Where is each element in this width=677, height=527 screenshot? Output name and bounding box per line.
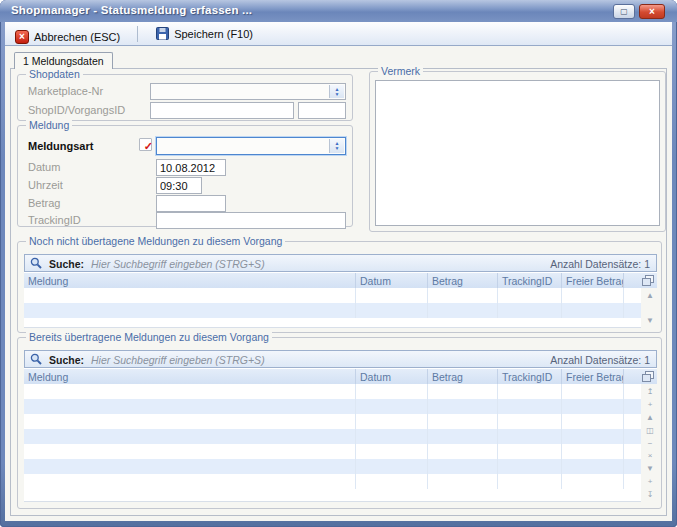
uhrzeit-label: Uhrzeit	[28, 179, 63, 191]
close-button[interactable]: ×	[639, 4, 665, 19]
column-header-freier-betrag[interactable]: Freier Betrag	[562, 369, 624, 384]
column-header-meldung[interactable]: Meldung	[24, 369, 356, 384]
table-row[interactable]	[24, 399, 641, 414]
prior-record-icon[interactable]: ▲	[646, 413, 654, 422]
pending-search-placeholder: Hier Suchbegriff eingeben (STRG+S)	[91, 258, 265, 270]
first-record-icon[interactable]: ↥	[647, 387, 654, 396]
table-cell	[356, 429, 428, 444]
table-cell	[24, 303, 356, 318]
transferred-search-bar[interactable]: Suche: Hier Suchbegriff eingeben (STRG+S…	[24, 350, 657, 368]
last-record-icon[interactable]: ↧	[647, 490, 654, 499]
pending-header: MeldungDatumBetragTrackingIDFreier Betra…	[24, 272, 657, 288]
pending-body	[24, 288, 641, 328]
column-chooser-icon[interactable]	[624, 369, 657, 384]
table-row[interactable]	[24, 459, 641, 474]
column-header-betrag[interactable]: Betrag	[428, 369, 498, 384]
table-cell-filler	[624, 414, 641, 429]
table-cell-filler	[624, 459, 641, 474]
table-cell	[24, 414, 356, 429]
column-header-trackingid[interactable]: TrackingID	[498, 273, 562, 288]
column-header-meldung[interactable]: Meldung	[24, 273, 356, 288]
tab-meldungsdaten[interactable]: 1 Meldungsdaten	[14, 52, 113, 69]
pending-search-bar[interactable]: Suche: Hier Suchbegriff eingeben (STRG+S…	[24, 254, 657, 272]
table-cell	[562, 399, 624, 414]
column-header-trackingid[interactable]: TrackingID	[498, 369, 562, 384]
table-row[interactable]	[24, 474, 641, 489]
group-meldung-title: Meldung	[26, 119, 72, 131]
table-cell	[562, 459, 624, 474]
group-meldung: Meldung Meldungsart ✓ ▲▼ Datum Uhrzeit B…	[17, 125, 353, 227]
edit-record-icon[interactable]: ◫	[646, 426, 654, 435]
table-cell	[498, 414, 562, 429]
required-field-check-icon: ✓	[139, 138, 152, 151]
table-cell	[562, 444, 624, 459]
scroll-down-icon[interactable]: ▼	[646, 316, 654, 325]
table-cell-filler	[624, 474, 641, 489]
marketplace-nr-label: Marketplace-Nr	[28, 85, 103, 97]
column-chooser-icon[interactable]	[624, 273, 657, 288]
table-cell	[562, 303, 624, 318]
transferred-body	[24, 384, 641, 502]
meldungsart-dropdown[interactable]: ▲▼	[156, 137, 346, 155]
maximize-button[interactable]: ▢	[613, 4, 635, 19]
toolbar-separator	[137, 26, 138, 42]
table-cell-filler	[624, 444, 641, 459]
uhrzeit-field[interactable]	[156, 177, 202, 194]
marketplace-nr-dropdown[interactable]: ▲▼	[150, 83, 346, 100]
betrag-field[interactable]	[156, 195, 226, 212]
table-row[interactable]	[24, 444, 641, 459]
scroll-up-icon[interactable]: ▲	[646, 291, 654, 300]
column-header-freier-betrag[interactable]: Freier Betrag	[562, 273, 624, 288]
toolbar: × Abbrechen (ESC) Speichern (F10)	[5, 22, 672, 46]
vermerk-textarea[interactable]	[375, 80, 660, 226]
table-row[interactable]	[24, 414, 641, 429]
table-cell	[428, 303, 498, 318]
marketplace-dropdown-arrows-icon[interactable]: ▲▼	[329, 85, 344, 98]
table-cell	[498, 399, 562, 414]
table-cell	[498, 288, 562, 303]
table-cell-filler	[624, 288, 641, 303]
table-cell	[428, 414, 498, 429]
table-cell	[356, 474, 428, 489]
insert-record-icon[interactable]: +	[648, 400, 653, 409]
table-cell	[356, 414, 428, 429]
group-transferred-messages: Bereits übertragene Meldungen zu diesem …	[17, 337, 662, 509]
table-cell	[428, 429, 498, 444]
meldungsart-label: Meldungsart	[28, 140, 93, 152]
table-cell	[428, 444, 498, 459]
cancel-button[interactable]: × Abbrechen (ESC)	[9, 27, 126, 47]
group-vermerk: Vermerk	[369, 71, 666, 232]
titlebar[interactable]: Shopmanager - Statusmeldung erfassen ...…	[0, 0, 677, 22]
table-cell	[428, 399, 498, 414]
window-title: Shopmanager - Statusmeldung erfassen ...	[11, 4, 252, 16]
column-header-betrag[interactable]: Betrag	[428, 273, 498, 288]
group-vermerk-title: Vermerk	[378, 65, 423, 77]
column-header-datum[interactable]: Datum	[356, 369, 428, 384]
table-cell	[498, 474, 562, 489]
pending-search-label: Suche:	[49, 258, 84, 270]
trackingid-field[interactable]	[156, 212, 346, 229]
betrag-label: Betrag	[28, 197, 60, 209]
table-cell	[24, 288, 356, 303]
group-transferred-title: Bereits übertragene Meldungen zu diesem …	[26, 331, 272, 343]
table-cell	[356, 459, 428, 474]
datum-field[interactable]	[156, 159, 226, 176]
post-edit-icon[interactable]: +	[648, 477, 653, 486]
table-row[interactable]	[24, 429, 641, 444]
table-row[interactable]	[24, 288, 641, 303]
cancel-edit-icon[interactable]: ×	[648, 451, 653, 460]
delete-record-icon[interactable]: −	[648, 439, 653, 448]
save-disk-icon	[156, 27, 169, 42]
shopid-field[interactable]	[150, 102, 294, 119]
save-button[interactable]: Speichern (F10)	[150, 24, 259, 44]
column-header-datum[interactable]: Datum	[356, 273, 428, 288]
table-cell-filler	[624, 303, 641, 318]
table-row[interactable]	[24, 303, 641, 318]
vorgangsid-field[interactable]	[298, 102, 346, 119]
shopmanager-window: Shopmanager - Statusmeldung erfassen ...…	[0, 0, 677, 527]
table-cell	[562, 429, 624, 444]
next-record-icon[interactable]: ▼	[646, 464, 654, 473]
table-row[interactable]	[24, 384, 641, 399]
table-cell	[562, 414, 624, 429]
meldungsart-dropdown-arrows-icon[interactable]: ▲▼	[329, 139, 344, 153]
